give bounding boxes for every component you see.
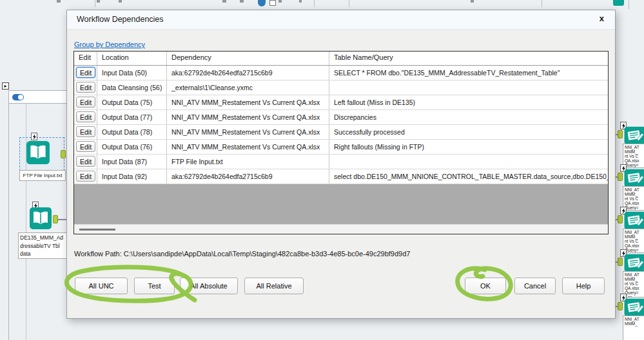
- dependency-cell: _externals\1\Cleanse.yxmc: [167, 80, 329, 95]
- input-data-tool-icon[interactable]: [26, 140, 50, 167]
- location-cell: Output Data (76): [97, 140, 167, 154]
- table-row: EditOutput Data (76)NNI_ATV MMM_Restatem…: [74, 140, 608, 155]
- edit-button[interactable]: Edit: [76, 97, 95, 108]
- edit-button[interactable]: Edit: [76, 111, 95, 122]
- location-cell: Input Data (50): [97, 66, 167, 80]
- location-cell: Data Cleansing (56): [97, 80, 167, 95]
- scrollbar-thumb[interactable]: [79, 229, 115, 231]
- dependency-cell: aka:62792de4b264edfa2715c6b9: [167, 66, 329, 80]
- edit-button[interactable]: Edit: [76, 171, 95, 182]
- dialog-title: Workflow Dependencies: [77, 15, 164, 24]
- tool-annotation: DE135_MMM_AddressableTV Tbldata: [18, 232, 67, 259]
- partial-tool-mark: [613, 0, 624, 6]
- edit-button[interactable]: Edit: [76, 126, 95, 137]
- edit-cell: Edit: [74, 155, 97, 169]
- edit-button[interactable]: Edit: [76, 141, 95, 152]
- query-cell: [329, 80, 608, 95]
- test-button[interactable]: Test: [134, 278, 175, 294]
- run-badge-icon: [31, 133, 37, 140]
- group-by-dependency-link[interactable]: Group by Dependency: [74, 41, 145, 48]
- edit-cell: Edit: [74, 140, 97, 154]
- column-header: Edit: [74, 52, 97, 65]
- edit-cell: Edit: [74, 80, 97, 95]
- dependency-cell: FTP File Input.txt: [167, 155, 329, 169]
- all-relative-button[interactable]: All Relative: [244, 278, 304, 294]
- tool-annotation-line: DE135_MMM_Ad: [20, 234, 65, 242]
- location-cell: Input Data (87): [97, 155, 167, 169]
- table-row: EditOutput Data (75)NNI_ATV MMM_Restatem…: [74, 95, 608, 110]
- dependency-table: EditLocationDependencyTable Name/Query E…: [73, 51, 609, 234]
- output-anchor[interactable]: [61, 150, 66, 158]
- workflow-dependencies-dialog: Workflow Dependencies x Group by Depende…: [66, 10, 616, 319]
- input-anchor[interactable]: [618, 173, 623, 181]
- partial-tool-mark: [119, 0, 122, 3]
- edit-cell: Edit: [74, 110, 97, 124]
- tool-annotation-line: MMM_: [625, 322, 644, 326]
- canvas-guide-line: [314, 0, 315, 7]
- input-anchor[interactable]: [618, 215, 623, 223]
- workflow-path-value: C:\Users\sandipde\AppData\Local\Temp\Sta…: [124, 250, 411, 258]
- query-cell: Left fallout (Miss in DE135): [329, 95, 608, 109]
- workflow-path-label: Workflow Path:: [74, 250, 122, 258]
- dependency-cell: NNI_ATV MMM_Restatement Vs Current QA.xl…: [167, 140, 329, 154]
- query-cell: select dbo.DE150_MMM_NNIONE_CONTROL_TABL…: [329, 169, 608, 184]
- column-header: Dependency: [167, 52, 329, 65]
- tool-annotation-line: y pr: [625, 296, 644, 298]
- tool-annotation-line: dressableTV Tbl: [20, 242, 65, 250]
- column-header: Location: [97, 52, 167, 65]
- canvas-guide-line: [629, 0, 629, 9]
- container-enabled-toggle[interactable]: [12, 94, 24, 100]
- location-cell: Output Data (78): [97, 125, 167, 139]
- workflow-canvas: ▸ FTP File Input.txt DE135_MMM_Addressab…: [0, 0, 644, 340]
- table-row: EditInput Data (87)FTP File Input.txt: [74, 155, 608, 169]
- input-anchor[interactable]: [618, 258, 623, 266]
- table-row: EditOutput Data (77)NNI_ATV MMM_Restatem…: [74, 110, 608, 125]
- help-button[interactable]: Help: [562, 278, 605, 294]
- cancel-button[interactable]: Cancel: [514, 278, 556, 294]
- tool-annotation: FTP File Input.txt: [19, 170, 66, 181]
- partial-tool-mark: [278, 0, 282, 3]
- all-absolute-button[interactable]: All Absolute: [180, 278, 238, 294]
- canvas-guide-line: [95, 0, 95, 7]
- partial-tool-mark: [97, 0, 100, 3]
- ok-button[interactable]: OK: [465, 278, 506, 294]
- edit-cell: Edit: [74, 66, 97, 80]
- tool-annotation-line: FTP File Input.txt: [21, 171, 64, 180]
- dependency-cell: NNI_ATV MMM_Restatement Vs Current QA.xl…: [167, 125, 329, 139]
- close-icon[interactable]: x: [600, 14, 604, 23]
- query-cell: [329, 155, 608, 169]
- table-row: EditInput Data (50)aka:62792de4b264edfa2…: [74, 66, 608, 80]
- edit-button[interactable]: Edit: [76, 156, 95, 167]
- edit-cell: Edit: [74, 95, 97, 109]
- output-anchor[interactable]: [53, 215, 58, 223]
- partial-tool-mark: [222, 0, 226, 3]
- canvas-guide-line: [542, 0, 542, 7]
- dependency-cell: NNI_ATV MMM_Restatement Vs Current QA.xl…: [167, 110, 329, 124]
- table-row: EditOutput Data (78)NNI_ATV MMM_Restatem…: [74, 125, 608, 140]
- query-cell: Discrepancies: [329, 110, 608, 124]
- dependency-cell: aka:62792de4b264edfa2715c6b9: [167, 169, 329, 184]
- edit-button[interactable]: Edit: [76, 67, 95, 78]
- input-anchor[interactable]: [618, 130, 623, 138]
- table-row: EditInput Data (92)aka:62792de4b264edfa2…: [74, 169, 608, 184]
- query-cell: Right fallouts (Missing in FTP): [329, 140, 608, 154]
- connector-wire: [58, 219, 67, 220]
- dialog-titlebar[interactable]: Workflow Dependencies x: [67, 10, 615, 30]
- tool-annotation: NNI_ATMMM_: [623, 316, 644, 340]
- canvas-guide-line: [349, 0, 349, 7]
- workflow-path: Workflow Path: C:\Users\sandipde\AppData…: [74, 250, 410, 258]
- query-cell: SELECT * FROM dbo."DE135_MMM_Addressable…: [329, 66, 608, 80]
- partial-tool-mark: [57, 0, 61, 3]
- all-unc-button[interactable]: All UNC: [75, 278, 128, 294]
- container-header: [8, 90, 67, 104]
- tool-annotation-line: data: [20, 250, 65, 258]
- location-cell: Output Data (77): [97, 110, 167, 124]
- partial-tool-mark: [258, 0, 266, 6]
- table-row: EditData Cleansing (56)_externals\1\Clea…: [74, 80, 608, 95]
- horizontal-scrollbar[interactable]: [74, 224, 608, 234]
- container-collapse-icon[interactable]: ▸: [2, 82, 9, 90]
- input-data-tool-icon[interactable]: [29, 207, 52, 232]
- input-anchor[interactable]: [618, 302, 623, 310]
- edit-button[interactable]: Edit: [76, 82, 95, 93]
- query-cell: Successfully processed: [329, 125, 608, 139]
